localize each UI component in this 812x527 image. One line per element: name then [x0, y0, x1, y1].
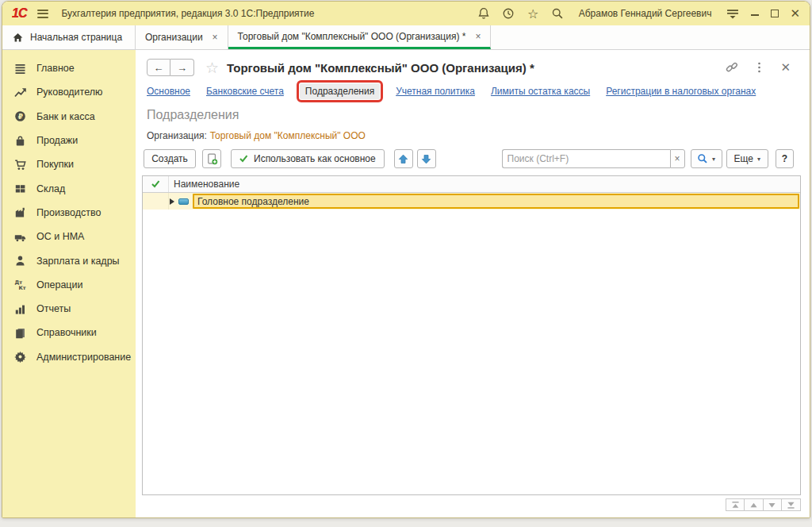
go-down-button[interactable] — [764, 498, 783, 511]
selected-cell[interactable]: Головное подразделение — [193, 194, 799, 209]
move-down-button[interactable] — [417, 149, 436, 168]
books-icon — [14, 327, 26, 339]
navlink-limity-ostatka-kassy[interactable]: Лимиты остатка кассы — [491, 86, 590, 97]
sidebar-item-label: Справочники — [36, 327, 97, 338]
search-magnifier-icon — [697, 153, 708, 164]
more-menu-dots-icon[interactable] — [753, 61, 766, 75]
to-bottom-icon — [786, 501, 796, 510]
annotation-highlight-box: Подразделения — [297, 80, 383, 102]
svg-text:₽: ₽ — [18, 113, 23, 121]
blue-arrow-up-icon — [398, 154, 408, 164]
navlink-uchetnaya-politika[interactable]: Учетная политика — [396, 86, 475, 97]
sidebar-item-prodazhi[interactable]: Продажи — [2, 129, 136, 152]
menu-icon — [14, 63, 26, 75]
up-triangle-icon — [749, 501, 759, 510]
navlink-registracii-v-nalogovyh[interactable]: Регистрации в налоговых органах — [606, 86, 756, 97]
navlink-podrazdeleniya-active[interactable]: Подразделения — [300, 83, 380, 99]
navlink-bankovskie-scheta[interactable]: Банковские счета — [206, 86, 284, 97]
service-menu-icon[interactable] — [726, 7, 739, 21]
minimize-button[interactable] — [750, 9, 760, 18]
go-up-button[interactable] — [745, 498, 764, 511]
history-icon[interactable] — [502, 7, 515, 21]
favorites-star-icon[interactable]: ☆ — [527, 7, 540, 21]
sidebar-item-label: ОС и НМА — [36, 231, 84, 242]
main-menu-icon[interactable] — [37, 10, 48, 18]
sidebar-item-label: Банк и касса — [36, 111, 95, 122]
1c-logo-icon: 1С — [12, 6, 26, 21]
create-button[interactable]: Создать — [144, 149, 196, 168]
form-close-icon[interactable]: ✕ — [780, 60, 791, 75]
blue-arrow-down-icon — [421, 154, 431, 164]
sidebar-item-label: Производство — [36, 207, 102, 218]
sidebar-item-administrirovanie[interactable]: Администрирование — [2, 345, 136, 369]
to-top-icon — [730, 501, 741, 510]
header-check-column[interactable] — [143, 176, 169, 192]
sidebar-item-operacii[interactable]: ДтКт Операции — [2, 273, 136, 297]
more-button[interactable]: Еще ▾ — [726, 149, 768, 168]
table-row[interactable]: Головное подразделение — [143, 193, 800, 210]
header-name-column[interactable]: Наименование — [169, 176, 800, 192]
sidebar: Главное Руководителю ₽ Банк и касса Прод… — [2, 50, 136, 518]
create-group-button[interactable] — [202, 149, 221, 168]
sidebar-item-glavnoe[interactable]: Главное — [2, 56, 136, 80]
tab-organization-card[interactable]: Торговый дом "Комплексный" ООО (Организа… — [228, 25, 492, 49]
global-search-icon[interactable] — [551, 7, 565, 21]
row-check-cell[interactable] — [143, 193, 169, 210]
sidebar-item-label: Отчеты — [36, 303, 71, 314]
grid-icon — [14, 183, 26, 194]
tab-label: Организации — [145, 32, 203, 43]
move-up-button[interactable] — [394, 149, 413, 168]
maximize-button[interactable] — [771, 10, 779, 17]
down-triangle-icon — [767, 501, 777, 510]
sidebar-item-sklad[interactable]: Склад — [2, 176, 136, 200]
window-close-button[interactable]: ✕ — [790, 10, 800, 17]
dropdown-caret-icon: ▾ — [712, 156, 715, 163]
expand-triangle-icon[interactable] — [170, 198, 174, 205]
search-group: × — [502, 149, 685, 168]
dtkt-icon: ДтКт — [14, 279, 26, 290]
favorite-star-icon[interactable]: ☆ — [205, 59, 219, 77]
organization-value-link[interactable]: Торговый дом "Комплексный" ООО — [210, 130, 366, 141]
table-nav-buttons — [136, 498, 801, 511]
user-name[interactable]: Абрамов Геннадий Сергеевич — [579, 8, 712, 19]
chart-icon — [14, 303, 26, 315]
sidebar-item-label: Склад — [36, 183, 65, 194]
sidebar-item-proizvodstvo[interactable]: Производство — [2, 201, 136, 225]
factory-icon — [14, 206, 26, 218]
list-toolbar: Создать Использовать как основное × — [136, 149, 810, 168]
search-input[interactable] — [502, 149, 670, 168]
sidebar-item-spravochniki[interactable]: Справочники — [2, 321, 136, 344]
tab-label: Торговый дом "Комплексный" ООО (Организа… — [238, 31, 466, 42]
form-header: ← → ☆ Торговый дом "Комплексный" ООО (Ор… — [136, 50, 810, 79]
sidebar-item-label: Зарплата и кадры — [36, 256, 120, 267]
forward-button[interactable]: → — [170, 59, 194, 76]
trend-icon — [14, 87, 26, 98]
sidebar-item-rukovoditelyu[interactable]: Руководителю — [2, 80, 136, 104]
tab-home[interactable]: Начальная страница — [2, 25, 136, 49]
tab-close-icon[interactable]: × — [213, 32, 218, 43]
sidebar-item-bank-i-kassa[interactable]: ₽ Банк и касса — [2, 105, 136, 129]
help-button[interactable]: ? — [776, 149, 794, 168]
sidebar-item-pokupki[interactable]: Покупки — [2, 152, 136, 176]
svg-text:Кт: Кт — [19, 285, 26, 290]
get-link-icon[interactable] — [725, 61, 738, 75]
use-as-main-button[interactable]: Использовать как основное — [231, 149, 385, 168]
go-last-button[interactable] — [782, 498, 801, 511]
notifications-bell-icon[interactable] — [477, 7, 491, 21]
sidebar-item-otchety[interactable]: Отчеты — [2, 297, 136, 321]
form-nav-links: Основное Банковские счета Подразделения … — [136, 80, 810, 102]
tab-organizations[interactable]: Организации × — [136, 25, 228, 49]
back-button[interactable]: ← — [147, 59, 170, 76]
sidebar-item-label: Операции — [36, 279, 82, 290]
app-window: 1С Бухгалтерия предприятия, редакция 3.0… — [2, 1, 810, 518]
search-options-button[interactable]: ▾ — [691, 149, 722, 168]
tab-close-icon[interactable]: × — [475, 31, 481, 42]
green-check-icon — [239, 155, 248, 163]
navlink-osnovnoe[interactable]: Основное — [147, 86, 190, 97]
search-clear-icon[interactable]: × — [670, 149, 685, 168]
go-first-button[interactable] — [726, 498, 745, 511]
sidebar-item-label: Руководителю — [36, 87, 102, 98]
sidebar-item-os-i-nma[interactable]: ОС и НМА — [2, 225, 136, 248]
sidebar-item-label: Главное — [36, 63, 75, 74]
sidebar-item-zarplata-i-kadry[interactable]: Зарплата и кадры — [2, 248, 136, 272]
